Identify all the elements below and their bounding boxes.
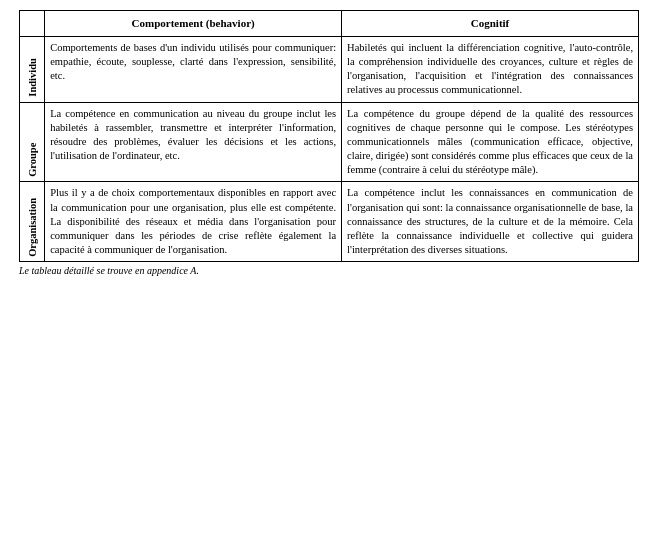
corner-cell xyxy=(20,11,45,37)
cell-cognitif: Habiletés qui incluent la différenciatio… xyxy=(342,36,639,102)
row-label: Groupe xyxy=(20,102,45,182)
competences-table: Comportement (behavior) Cognitif Individ… xyxy=(19,10,639,262)
row-label: Individu xyxy=(20,36,45,102)
table-row: IndividuComportements de bases d'un indi… xyxy=(20,36,639,102)
footnote: Le tableau détaillé se trouve en appendi… xyxy=(19,265,639,276)
table-row: GroupeLa compétence en communication au … xyxy=(20,102,639,182)
cell-behavior: La compétence en communication au niveau… xyxy=(45,102,342,182)
cell-behavior: Comportements de bases d'un individu uti… xyxy=(45,36,342,102)
cell-cognitif: La compétence du groupe dépend de la qua… xyxy=(342,102,639,182)
header-cognitif: Cognitif xyxy=(342,11,639,37)
page-container: Comportement (behavior) Cognitif Individ… xyxy=(19,10,639,276)
row-label: Organisation xyxy=(20,182,45,262)
header-behavior: Comportement (behavior) xyxy=(45,11,342,37)
table-row: OrganisationPlus il y a de choix comport… xyxy=(20,182,639,262)
cell-cognitif: La compétence inclut les connaissances e… xyxy=(342,182,639,262)
cell-behavior: Plus il y a de choix comportementaux dis… xyxy=(45,182,342,262)
